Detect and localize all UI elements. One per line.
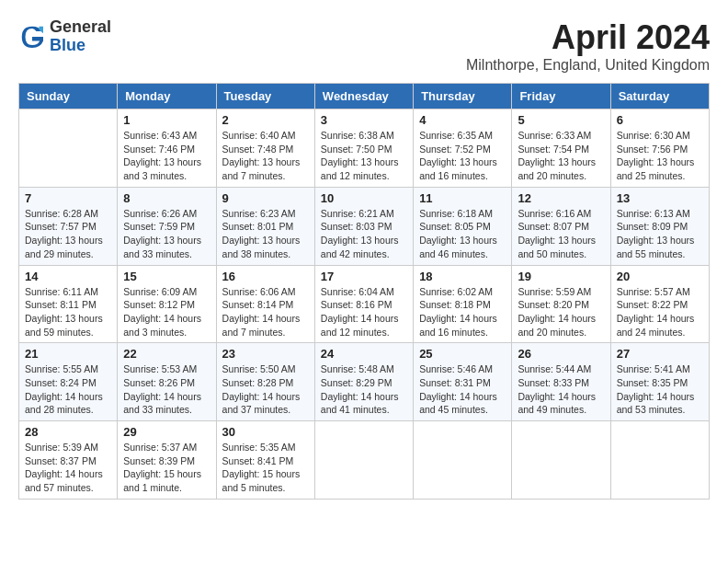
day-number: 14: [25, 270, 111, 283]
month-title: April 2024: [466, 18, 710, 57]
day-cell: 12Sunrise: 6:16 AM Sunset: 8:07 PM Dayli…: [512, 187, 610, 265]
day-info: Sunrise: 6:13 AM Sunset: 8:09 PM Dayligh…: [617, 207, 703, 261]
day-cell: 14Sunrise: 6:11 AM Sunset: 8:11 PM Dayli…: [19, 265, 118, 343]
day-cell: 7Sunrise: 6:28 AM Sunset: 7:57 PM Daylig…: [19, 187, 118, 265]
day-cell: 30Sunrise: 5:35 AM Sunset: 8:41 PM Dayli…: [216, 421, 314, 500]
location: Milnthorpe, England, United Kingdom: [466, 57, 710, 74]
day-info: Sunrise: 5:46 AM Sunset: 8:31 PM Dayligh…: [419, 362, 506, 417]
day-number: 25: [419, 347, 506, 361]
header-cell-sunday: Sunday: [19, 84, 118, 109]
day-number: 28: [25, 425, 111, 439]
week-row-4: 21Sunrise: 5:55 AM Sunset: 8:24 PM Dayli…: [19, 343, 710, 421]
day-cell: 13Sunrise: 6:13 AM Sunset: 8:09 PM Dayli…: [610, 187, 709, 265]
day-info: Sunrise: 6:09 AM Sunset: 8:12 PM Dayligh…: [123, 285, 210, 339]
day-info: Sunrise: 5:39 AM Sunset: 8:37 PM Dayligh…: [25, 441, 111, 495]
day-cell: 19Sunrise: 5:59 AM Sunset: 8:20 PM Dayli…: [512, 265, 610, 343]
day-info: Sunrise: 6:33 AM Sunset: 7:54 PM Dayligh…: [518, 129, 604, 183]
day-number: 8: [123, 191, 210, 205]
day-number: 26: [518, 347, 604, 361]
day-cell: [314, 421, 413, 500]
calendar-table: SundayMondayTuesdayWednesdayThursdayFrid…: [18, 83, 710, 500]
day-info: Sunrise: 6:35 AM Sunset: 7:52 PM Dayligh…: [419, 129, 506, 183]
day-number: 27: [617, 347, 703, 361]
day-info: Sunrise: 6:18 AM Sunset: 8:05 PM Dayligh…: [419, 207, 506, 261]
header-row: SundayMondayTuesdayWednesdayThursdayFrid…: [19, 84, 710, 109]
header-cell-tuesday: Tuesday: [216, 84, 314, 109]
calendar-header: SundayMondayTuesdayWednesdayThursdayFrid…: [19, 84, 710, 109]
header-cell-monday: Monday: [118, 84, 216, 109]
day-cell: [512, 421, 610, 500]
day-number: 3: [321, 113, 407, 127]
day-number: 17: [321, 270, 407, 283]
day-number: 15: [123, 270, 210, 283]
page-header: General Blue April 2024 Milnthorpe, Engl…: [18, 18, 710, 74]
header-cell-friday: Friday: [512, 84, 610, 109]
logo-general: General: [50, 18, 111, 37]
week-row-3: 14Sunrise: 6:11 AM Sunset: 8:11 PM Dayli…: [19, 265, 710, 343]
day-cell: 29Sunrise: 5:37 AM Sunset: 8:39 PM Dayli…: [118, 421, 216, 500]
day-cell: [414, 421, 512, 500]
day-number: 4: [419, 113, 506, 127]
logo: General Blue: [18, 18, 111, 55]
header-cell-thursday: Thursday: [414, 84, 512, 109]
day-cell: 6Sunrise: 6:30 AM Sunset: 7:56 PM Daylig…: [610, 109, 709, 188]
day-cell: [19, 109, 118, 188]
day-cell: 23Sunrise: 5:50 AM Sunset: 8:28 PM Dayli…: [216, 343, 314, 421]
day-info: Sunrise: 5:53 AM Sunset: 8:26 PM Dayligh…: [123, 362, 210, 417]
calendar-body: 1Sunrise: 6:43 AM Sunset: 7:46 PM Daylig…: [19, 109, 710, 500]
day-number: 2: [222, 113, 309, 127]
day-cell: 1Sunrise: 6:43 AM Sunset: 7:46 PM Daylig…: [118, 109, 216, 188]
day-cell: 20Sunrise: 5:57 AM Sunset: 8:22 PM Dayli…: [610, 265, 709, 343]
day-info: Sunrise: 6:43 AM Sunset: 7:46 PM Dayligh…: [123, 129, 210, 183]
day-info: Sunrise: 6:06 AM Sunset: 8:14 PM Dayligh…: [222, 285, 309, 339]
day-info: Sunrise: 5:35 AM Sunset: 8:41 PM Dayligh…: [222, 441, 309, 495]
day-info: Sunrise: 5:48 AM Sunset: 8:29 PM Dayligh…: [321, 362, 407, 417]
header-cell-saturday: Saturday: [610, 84, 709, 109]
day-info: Sunrise: 5:44 AM Sunset: 8:33 PM Dayligh…: [518, 362, 604, 417]
day-info: Sunrise: 6:04 AM Sunset: 8:16 PM Dayligh…: [321, 285, 407, 339]
day-number: 20: [617, 270, 703, 283]
day-cell: 5Sunrise: 6:33 AM Sunset: 7:54 PM Daylig…: [512, 109, 610, 188]
day-cell: 17Sunrise: 6:04 AM Sunset: 8:16 PM Dayli…: [314, 265, 413, 343]
week-row-1: 1Sunrise: 6:43 AM Sunset: 7:46 PM Daylig…: [19, 109, 710, 188]
day-number: 6: [617, 113, 703, 127]
day-cell: 15Sunrise: 6:09 AM Sunset: 8:12 PM Dayli…: [118, 265, 216, 343]
day-number: 10: [321, 191, 407, 205]
day-info: Sunrise: 6:02 AM Sunset: 8:18 PM Dayligh…: [419, 285, 506, 339]
day-number: 24: [321, 347, 407, 361]
day-number: 7: [25, 191, 111, 205]
title-area: April 2024 Milnthorpe, England, United K…: [466, 18, 710, 74]
day-info: Sunrise: 5:37 AM Sunset: 8:39 PM Dayligh…: [123, 441, 210, 495]
day-cell: 22Sunrise: 5:53 AM Sunset: 8:26 PM Dayli…: [118, 343, 216, 421]
day-info: Sunrise: 6:26 AM Sunset: 7:59 PM Dayligh…: [123, 207, 210, 261]
day-info: Sunrise: 5:50 AM Sunset: 8:28 PM Dayligh…: [222, 362, 309, 417]
day-number: 29: [123, 425, 210, 439]
day-cell: 26Sunrise: 5:44 AM Sunset: 8:33 PM Dayli…: [512, 343, 610, 421]
day-cell: [610, 421, 709, 500]
day-cell: 9Sunrise: 6:23 AM Sunset: 8:01 PM Daylig…: [216, 187, 314, 265]
day-cell: 10Sunrise: 6:21 AM Sunset: 8:03 PM Dayli…: [314, 187, 413, 265]
day-number: 12: [518, 191, 604, 205]
day-cell: 24Sunrise: 5:48 AM Sunset: 8:29 PM Dayli…: [314, 343, 413, 421]
day-number: 23: [222, 347, 309, 361]
day-number: 30: [222, 425, 309, 439]
day-info: Sunrise: 6:28 AM Sunset: 7:57 PM Dayligh…: [25, 207, 111, 261]
day-cell: 2Sunrise: 6:40 AM Sunset: 7:48 PM Daylig…: [216, 109, 314, 188]
day-cell: 25Sunrise: 5:46 AM Sunset: 8:31 PM Dayli…: [414, 343, 512, 421]
day-number: 19: [518, 270, 604, 283]
day-info: Sunrise: 6:21 AM Sunset: 8:03 PM Dayligh…: [321, 207, 407, 261]
day-cell: 11Sunrise: 6:18 AM Sunset: 8:05 PM Dayli…: [414, 187, 512, 265]
day-info: Sunrise: 6:38 AM Sunset: 7:50 PM Dayligh…: [321, 129, 407, 183]
day-number: 16: [222, 270, 309, 283]
week-row-5: 28Sunrise: 5:39 AM Sunset: 8:37 PM Dayli…: [19, 421, 710, 500]
general-blue-logo-icon: [18, 23, 46, 51]
day-cell: 4Sunrise: 6:35 AM Sunset: 7:52 PM Daylig…: [414, 109, 512, 188]
day-number: 9: [222, 191, 309, 205]
day-info: Sunrise: 5:57 AM Sunset: 8:22 PM Dayligh…: [617, 285, 703, 339]
day-number: 1: [123, 113, 210, 127]
day-number: 18: [419, 270, 506, 283]
day-cell: 3Sunrise: 6:38 AM Sunset: 7:50 PM Daylig…: [314, 109, 413, 188]
day-info: Sunrise: 6:40 AM Sunset: 7:48 PM Dayligh…: [222, 129, 309, 183]
header-cell-wednesday: Wednesday: [314, 84, 413, 109]
day-cell: 27Sunrise: 5:41 AM Sunset: 8:35 PM Dayli…: [610, 343, 709, 421]
